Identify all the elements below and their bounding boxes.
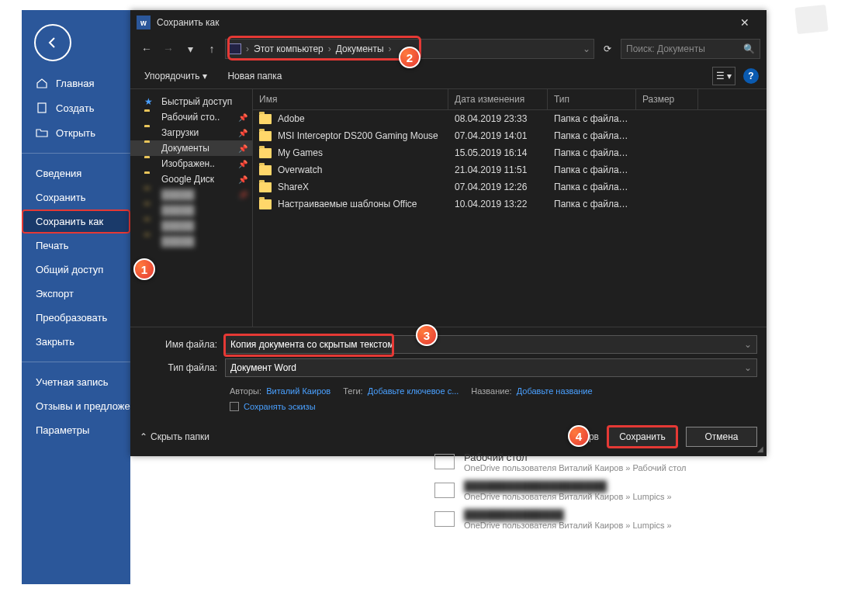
table-row[interactable]: Adobe08.04.2019 23:33Папка с файлами	[253, 110, 767, 127]
authors-link[interactable]: Виталий Каиров	[266, 386, 331, 396]
table-row[interactable]: My Games15.05.2019 16:14Папка с файлами	[253, 144, 767, 161]
new-folder-button[interactable]: Новая папка	[221, 67, 288, 85]
tags-link[interactable]: Добавьте ключевое с...	[368, 386, 459, 396]
nav-item-open[interactable]: Открыть	[22, 120, 130, 145]
tree-node[interactable]: ★Быстрый доступ	[130, 94, 252, 109]
cancel-button[interactable]: Отмена	[686, 427, 757, 447]
col-size[interactable]: Размер	[636, 89, 698, 109]
refresh-button[interactable]: ⟳	[597, 39, 618, 59]
tree-label: Изображен..	[161, 158, 215, 169]
nav-item-saveas[interactable]: Сохранить как	[22, 209, 130, 234]
tree-label: Рабочий сто..	[161, 112, 220, 123]
folder-icon	[144, 189, 157, 200]
tree-node[interactable]: █████	[130, 218, 252, 234]
tree-node[interactable]: Загрузки📌	[130, 125, 252, 140]
row-type: Папка с файлами	[548, 129, 636, 143]
col-type[interactable]: Тип	[548, 89, 636, 109]
table-row[interactable]: ShareX07.04.2019 12:26Папка с файлами	[253, 178, 767, 196]
row-date: 10.04.2019 13:22	[448, 197, 548, 211]
decorative-icon	[794, 5, 828, 34]
row-name: ShareX	[278, 182, 309, 192]
table-row[interactable]: Настраиваемые шаблоны Office10.04.2019 1…	[253, 196, 767, 213]
filename-input[interactable]: Копия документа со скрытым текстом ⌄	[225, 335, 757, 354]
nav-item-info[interactable]: Сведения	[22, 161, 130, 185]
tree-node[interactable]: █████	[130, 202, 252, 218]
nav-label: Сохранить как	[36, 216, 103, 227]
nav-item-feedback[interactable]: Отзывы и предложения	[22, 394, 130, 418]
file-list: Имя Дата изменения Тип Размер Adobe08.04…	[253, 89, 767, 327]
row-date: 07.04.2019 12:26	[448, 180, 548, 194]
help-button[interactable]: ?	[743, 68, 759, 84]
save-as-dialog: w Сохранить как ✕ ← → ▾ ↑ › Этот компьют…	[130, 10, 767, 456]
save-thumb-checkbox[interactable]	[230, 402, 239, 411]
col-name[interactable]: Имя	[253, 89, 448, 109]
callout-marker-1: 1	[133, 258, 155, 280]
recent-item[interactable]: ████████████████████OneDrive пользовател…	[434, 480, 768, 501]
folder-icon	[434, 483, 455, 498]
close-icon[interactable]: ✕	[729, 10, 760, 35]
row-name: MSI Interceptor DS200 Gaming Mouse	[278, 130, 438, 141]
crumb-pc[interactable]: Этот компьютер	[251, 43, 327, 54]
callout-marker-2: 2	[399, 47, 420, 68]
tree-label: Быстрый доступ	[161, 96, 232, 107]
recent-item[interactable]: ██████████████OneDrive пользователя Вита…	[434, 509, 768, 530]
doc-icon	[36, 102, 48, 114]
tree-node[interactable]: █████📌	[130, 187, 252, 202]
nav-item-options[interactable]: Параметры	[22, 418, 130, 442]
view-options-button[interactable]: ☰ ▾	[712, 67, 735, 85]
folder-icon	[144, 220, 157, 231]
nav-up-button[interactable]: ↑	[202, 39, 222, 59]
tree-node[interactable]: Рабочий сто..📌	[130, 109, 252, 125]
file-pane: ★Быстрый доступРабочий сто..📌Загрузки📌До…	[130, 89, 767, 327]
row-date: 08.04.2019 23:33	[448, 112, 548, 126]
crumb-docs[interactable]: Документы	[333, 43, 387, 54]
tree-node[interactable]: Документы📌	[130, 140, 252, 156]
recent-locations: Рабочий столOneDrive пользователя Витали…	[434, 452, 768, 538]
row-type: Папка с файлами	[548, 180, 636, 194]
row-date: 21.04.2019 11:51	[448, 163, 548, 177]
col-date[interactable]: Дата изменения	[448, 89, 548, 109]
table-row[interactable]: MSI Interceptor DS200 Gaming Mouse07.04.…	[253, 127, 767, 144]
dialog-form: Имя файла: Копия документа со скрытым те…	[130, 327, 767, 419]
nav-item-export[interactable]: Экспорт	[22, 282, 130, 306]
nav-item-share[interactable]: Общий доступ	[22, 258, 130, 282]
row-name: Adobe	[278, 113, 305, 124]
nav-item-close[interactable]: Закрыть	[22, 330, 130, 354]
callout-marker-3: 3	[416, 324, 438, 346]
save-button[interactable]: Сохранить	[607, 425, 678, 448]
tree-label: █████	[161, 189, 195, 200]
nav-item-print[interactable]: Печать	[22, 234, 130, 258]
nav-label: Открыть	[56, 127, 95, 139]
folder-icon	[144, 236, 157, 247]
organize-button[interactable]: Упорядочить▾	[138, 67, 213, 85]
nav-label: Создать	[56, 102, 94, 114]
nav-item-transform[interactable]: Преобразовать	[22, 306, 130, 330]
nav-label: Закрыть	[36, 336, 74, 348]
authors-label: Авторы:	[230, 386, 261, 396]
title-label: Название:	[471, 386, 511, 396]
nav-label: Печать	[36, 240, 69, 251]
back-button[interactable]	[34, 24, 71, 61]
row-name: Настраиваемые шаблоны Office	[278, 199, 417, 209]
tree-node[interactable]: Изображен..📌	[130, 156, 252, 171]
table-row[interactable]: Overwatch21.04.2019 11:51Папка с файлами	[253, 161, 767, 178]
nav-forward-button[interactable]: →	[158, 39, 178, 59]
nav-item-new[interactable]: Создать	[22, 95, 130, 120]
recent-item[interactable]: Рабочий столOneDrive пользователя Витали…	[434, 452, 768, 472]
tree-node[interactable]: █████	[130, 234, 252, 249]
hide-folders-button[interactable]: ⌃ Скрыть папки	[140, 431, 209, 442]
filetype-select[interactable]: Документ Word ⌄	[225, 358, 757, 377]
nav-item-save[interactable]: Сохранить	[22, 185, 130, 209]
folder-icon	[144, 112, 157, 123]
dialog-footer: ⌃ Скрыть папки Серв Сохранить Отмена	[130, 419, 767, 456]
address-bar: ← → ▾ ↑ › Этот компьютер › Документы › ⌄…	[130, 35, 767, 63]
nav-item-home[interactable]: Главная	[22, 71, 130, 95]
dialog-title: Сохранить как	[157, 17, 729, 28]
tree-node[interactable]: Google Диск📌	[130, 171, 252, 187]
nav-back-button[interactable]: ←	[137, 39, 157, 59]
search-placeholder: Поиск: Документы	[626, 43, 705, 54]
search-input[interactable]: Поиск: Документы 🔍	[621, 39, 760, 59]
title-link[interactable]: Добавьте название	[517, 386, 593, 396]
nav-recent-button[interactable]: ▾	[180, 39, 200, 59]
nav-item-account[interactable]: Учетная запись	[22, 370, 130, 394]
